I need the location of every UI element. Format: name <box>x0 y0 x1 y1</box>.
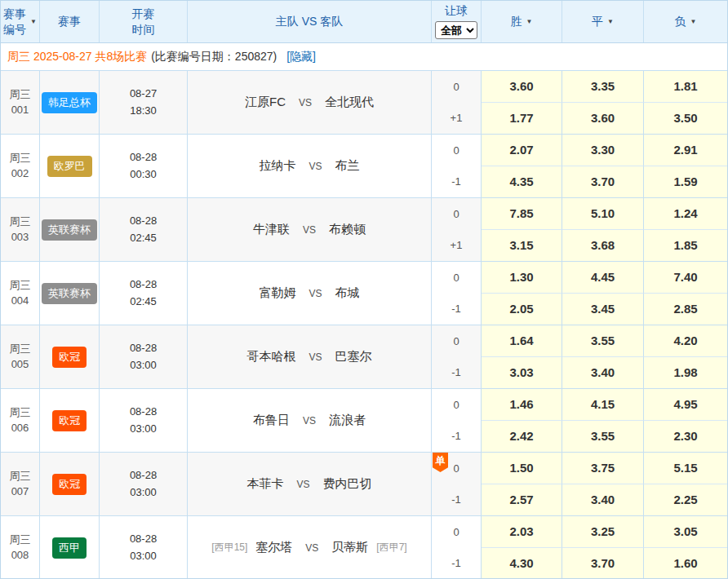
odds-draw-row2[interactable]: 3.55 <box>562 421 644 453</box>
odds-win-row2[interactable]: 3.15 <box>482 230 562 262</box>
odds-draw-row2[interactable]: 3.40 <box>562 484 644 516</box>
odds-lose-row1[interactable]: 4.20 <box>644 325 727 357</box>
odds-win-row2[interactable]: 4.30 <box>482 548 562 579</box>
handicap-cell-row1: 单 0 <box>432 262 482 294</box>
league-badge: 英联赛杯 <box>42 219 97 241</box>
odds-win-row1[interactable]: 2.07 <box>482 135 562 166</box>
odds-win-row2[interactable]: 2.05 <box>482 294 562 325</box>
header-draw[interactable]: 平 ▼ <box>562 1 644 42</box>
time-cell: 08-28 03:00 <box>100 389 188 452</box>
league-cell: 欧罗巴 <box>40 135 100 197</box>
away-team: 布城 <box>335 285 360 301</box>
odds-draw-row2[interactable]: 3.45 <box>562 294 644 325</box>
odds-lose-row2[interactable]: 1.85 <box>644 230 727 262</box>
odds-value: 4.15 <box>591 397 615 411</box>
odds-draw-row1[interactable]: 3.75 <box>562 453 644 484</box>
odds-lose-row1[interactable]: 1.24 <box>644 198 727 230</box>
odds-win-row1[interactable]: 1.64 <box>482 325 562 357</box>
header-match-no-label: 赛事 编号 <box>3 7 26 38</box>
odds-win-row1[interactable]: 1.30 <box>482 262 562 294</box>
away-rank-tag: [西甲7] <box>376 541 406 555</box>
odds-value: 1.64 <box>509 334 533 347</box>
odds-lose-row2[interactable]: 1.98 <box>644 357 727 389</box>
odds-win-row2[interactable]: 2.42 <box>482 421 562 453</box>
vs-label: VS <box>309 288 322 299</box>
date-bar-highlight: 周三 2025-08-27 共8场比赛 <box>7 50 147 64</box>
odds-lose-row1[interactable]: 7.40 <box>644 262 727 294</box>
single-badge: 单 <box>433 453 448 472</box>
odds-value: 1.59 <box>673 175 697 188</box>
odds-win-row1[interactable]: 7.85 <box>482 198 562 230</box>
odds-table: 赛事 编号 ▼ 赛事 开赛 时间 主队 VS 客队 让球 全部 胜 ▼ 平 ▼ … <box>0 0 728 579</box>
header-start-time-label: 开赛 时间 <box>132 7 155 38</box>
odds-lose-row2[interactable]: 2.30 <box>644 421 727 453</box>
odds-draw-row1[interactable]: 4.45 <box>562 262 644 294</box>
odds-value: 3.15 <box>509 238 533 252</box>
match-row: 周三 004 英联赛杯 08-28 02:45 富勒姆 VS 布城 单 0 1.… <box>1 262 727 325</box>
handicap-filter-select[interactable]: 全部 <box>435 21 477 39</box>
hide-link[interactable]: [隐藏] <box>286 50 316 64</box>
odds-lose-row2[interactable]: 1.60 <box>644 548 727 579</box>
odds-draw-row2[interactable]: 3.40 <box>562 357 644 389</box>
odds-lose-row1[interactable]: 1.81 <box>644 71 727 103</box>
match-date: 08-28 <box>130 467 157 484</box>
time-cell: 08-28 02:45 <box>100 198 188 261</box>
odds-draw-row1[interactable]: 3.25 <box>562 516 644 548</box>
odds-win-row1[interactable]: 2.03 <box>482 516 562 548</box>
odds-draw-row2[interactable]: 3.70 <box>562 166 644 198</box>
odds-win-row2[interactable]: 1.77 <box>482 103 562 135</box>
handicap-cell-row2: -1 <box>432 548 482 579</box>
odds-draw-row1[interactable]: 4.15 <box>562 389 644 421</box>
odds-lose-row2[interactable]: 3.50 <box>644 103 727 135</box>
odds-lose-row2[interactable]: 2.85 <box>644 294 727 325</box>
match-row: 周三 002 欧罗巴 08-28 00:30 拉纳卡 VS 布兰 单 0 2.0… <box>1 135 727 198</box>
handicap-value: 0 <box>453 462 459 475</box>
time-cell: 08-28 03:00 <box>100 516 188 579</box>
odds-win-row2[interactable]: 3.03 <box>482 357 562 389</box>
odds-win-row1[interactable]: 3.60 <box>482 71 562 103</box>
match-number: 002 <box>11 166 29 182</box>
header-win[interactable]: 胜 ▼ <box>482 1 562 42</box>
match-list: 周三 001 韩足总杯 08-27 18:30 江原FC VS 全北现代 单 0… <box>1 71 727 579</box>
match-date: 08-28 <box>130 340 157 356</box>
away-team: 布赖顿 <box>329 222 366 237</box>
odds-lose-row1[interactable]: 2.91 <box>644 135 727 166</box>
odds-win-row2[interactable]: 2.57 <box>482 484 562 516</box>
odds-draw-row1[interactable]: 5.10 <box>562 198 644 230</box>
match-id: 周三 002 <box>1 135 40 197</box>
league-badge: 欧冠 <box>52 474 87 495</box>
header-handicap-label: 让球 <box>445 4 468 19</box>
handicap-value: -1 <box>451 493 461 506</box>
odds-lose-row1[interactable]: 3.05 <box>644 516 727 548</box>
odds-win-row1[interactable]: 1.46 <box>482 389 562 421</box>
handicap-cell-row1: 单 0 <box>432 71 482 103</box>
odds-draw-row1[interactable]: 3.35 <box>562 71 644 103</box>
match-date: 08-28 <box>130 276 157 293</box>
odds-win-row2[interactable]: 4.35 <box>482 166 562 198</box>
odds-win-row1[interactable]: 1.50 <box>482 453 562 484</box>
odds-draw-row2[interactable]: 3.70 <box>562 548 644 579</box>
match-row: 周三 003 英联赛杯 08-28 02:45 牛津联 VS 布赖顿 单 0 7… <box>1 198 727 262</box>
odds-draw-row1[interactable]: 3.55 <box>562 325 644 357</box>
odds-value: 3.05 <box>673 524 697 538</box>
odds-lose-row2[interactable]: 1.59 <box>644 166 727 198</box>
odds-lose-row1[interactable]: 5.15 <box>644 453 727 484</box>
odds-lose-row2[interactable]: 2.25 <box>644 484 727 516</box>
odds-draw-row1[interactable]: 3.30 <box>562 135 644 166</box>
header-match-no[interactable]: 赛事 编号 ▼ <box>1 1 40 42</box>
odds-draw-row2[interactable]: 3.68 <box>562 230 644 262</box>
home-team: 富勒姆 <box>259 285 295 301</box>
handicap-value: +1 <box>451 112 463 124</box>
match-time: 18:30 <box>130 103 157 119</box>
match-date: 08-28 <box>130 213 157 229</box>
away-team: 全北现代 <box>325 95 374 110</box>
odds-value: 2.42 <box>509 429 533 443</box>
home-team: 布鲁日 <box>253 413 290 428</box>
odds-lose-row1[interactable]: 4.95 <box>644 389 727 421</box>
vs-label: VS <box>296 479 309 490</box>
home-team: 塞尔塔 <box>255 540 292 555</box>
header-lose[interactable]: 负 ▼ <box>644 1 727 42</box>
match-time: 02:45 <box>130 294 157 310</box>
odds-value: 3.30 <box>591 143 615 157</box>
odds-draw-row2[interactable]: 3.60 <box>562 103 644 135</box>
